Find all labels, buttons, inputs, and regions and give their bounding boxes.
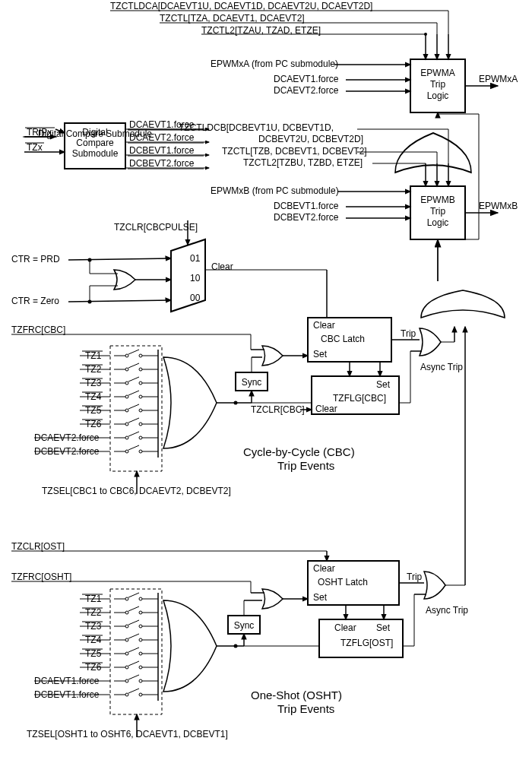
tzfrc-osht: TZFRC[OSHT]: [11, 572, 71, 582]
svg-text:Clear: Clear: [313, 563, 335, 574]
svg-line-100: [128, 404, 139, 409]
svg-line-192: [128, 661, 139, 666]
svg-line-105: [128, 418, 139, 423]
svg-text:Set: Set: [313, 592, 328, 603]
svg-point-106: [139, 423, 142, 426]
epwmb-trip-logic: EPWMB Trip Logic EPWMxB TZCTLDCB[DCBEVT1…: [179, 122, 518, 239]
cbc-sync: Sync: [242, 377, 262, 388]
tzx-label: TZx: [27, 142, 43, 153]
epwmxb-out: EPWMxB: [479, 201, 518, 211]
tzctldcb-label: TZCTLDCB[DCBEVT1U, DCBEVT1D,: [179, 122, 334, 133]
svg-point-173: [139, 611, 142, 614]
svg-point-116: [139, 450, 142, 453]
svg-text:DCBEVT1.force: DCBEVT1.force: [274, 201, 339, 211]
svg-point-109: [125, 436, 128, 439]
osht-sync: Sync: [234, 620, 255, 631]
svg-point-111: [139, 436, 142, 439]
svg-point-183: [139, 638, 142, 641]
tripx-label: TRIPx: [27, 127, 52, 138]
tzclr-ost: TZCLR[OST]: [11, 541, 65, 552]
epwmxa-in: EPWMxA (from PC submodule): [211, 59, 338, 69]
svg-text:10: 10: [190, 273, 201, 283]
svg-point-89: [125, 382, 128, 385]
svg-text:Trip: Trip: [430, 79, 446, 90]
svg-text:Set: Set: [313, 349, 328, 359]
tzctl-b-label: TZCTL[TZB, DCBEVT1, DCBEVT2]: [222, 146, 367, 157]
cbcpulse-mux: 01 10 00 TZCLR[CBCPULSE] Clear: [114, 220, 233, 312]
svg-point-178: [139, 625, 142, 628]
svg-point-181: [125, 638, 128, 641]
svg-point-176: [125, 625, 128, 628]
svg-text:Trip Events: Trip Events: [277, 702, 334, 715]
tzclr-cbcpulse: TZCLR[CBCPULSE]: [114, 222, 198, 233]
svg-line-95: [128, 391, 139, 395]
tzsel-osht: TZSEL[OSHT1 to OSHT6, DCAEVT1, DCBEVT1]: [27, 729, 228, 739]
svg-point-168: [139, 597, 142, 600]
svg-text:Trip: Trip: [430, 206, 446, 217]
svg-text:Set: Set: [376, 622, 391, 633]
svg-text:Compare: Compare: [76, 138, 114, 148]
svg-text:Logic: Logic: [427, 217, 449, 228]
svg-line-90: [128, 377, 139, 382]
tzfrc-cbc: TZFRC[CBC]: [11, 325, 65, 335]
dcaevt2f-in: DCAEVT2.force: [274, 85, 339, 96]
ctr-prd: CTR = PRD: [11, 254, 60, 264]
svg-text:Trip: Trip: [407, 572, 423, 582]
svg-point-114: [125, 450, 128, 453]
svg-line-187: [128, 648, 139, 652]
svg-text:Clear: Clear: [313, 320, 335, 331]
svg-text:Submodule: Submodule: [72, 148, 119, 159]
svg-text:TZFLG[CBC]: TZFLG[CBC]: [333, 393, 386, 404]
svg-text:Set: Set: [376, 379, 391, 390]
svg-point-201: [125, 693, 128, 696]
cbc-title: Cycle-by-Cycle (CBC): [243, 445, 355, 458]
svg-text:Trip: Trip: [401, 328, 416, 339]
svg-point-91: [139, 382, 142, 385]
cbc-section: TZ1 TZ2 TZ3 TZ4 TZ5 TZ6 DCAEVT2.force DC…: [11, 318, 463, 496]
svg-line-197: [128, 675, 139, 679]
tzctl-a-label: TZCTL[TZA, DCAEVT1, DCAEVT2]: [160, 13, 305, 24]
svg-text:Async Trip: Async Trip: [426, 605, 468, 616]
svg-text:OSHT Latch: OSHT Latch: [318, 577, 368, 587]
svg-point-203: [139, 693, 142, 696]
svg-text:00: 00: [190, 293, 201, 303]
dcaevt2-force: DCAEVT2.force: [129, 132, 195, 143]
svg-text:TZFLG[OST]: TZFLG[OST]: [340, 638, 393, 648]
svg-line-115: [128, 445, 139, 450]
svg-text:EPWMA: EPWMA: [420, 68, 454, 78]
svg-point-79: [125, 354, 128, 357]
svg-point-96: [139, 395, 142, 398]
svg-point-71: [88, 258, 92, 262]
svg-point-74: [88, 300, 92, 304]
svg-point-81: [139, 354, 142, 357]
svg-line-67: [68, 258, 171, 260]
combined-or-gate: [395, 133, 471, 173]
dcaevt1f-in: DCAEVT1.force: [274, 74, 339, 84]
epwmxb-in: EPWMxB (from PC submodule): [211, 185, 339, 196]
svg-point-104: [125, 423, 128, 426]
svg-point-186: [125, 652, 128, 655]
tzclr-cbc: TZCLR[CBC]: [251, 404, 305, 415]
epwma-trip-logic: EPWMA Trip Logic EPWMxA TZCTLDCA[DCAEVT1…: [110, 1, 518, 112]
svg-point-171: [125, 611, 128, 614]
epwmxa-out: EPWMxA: [479, 74, 518, 84]
svg-text:Clear: Clear: [315, 404, 337, 414]
svg-line-85: [128, 363, 139, 368]
svg-line-167: [128, 593, 139, 597]
svg-point-84: [125, 368, 128, 371]
svg-line-172: [128, 606, 139, 611]
tzctl2-b-label: TZCTL2[TZBU, TZBD, ETZE]: [243, 157, 363, 168]
svg-text:DCBEVT2U, DCBEVT2D]: DCBEVT2U, DCBEVT2D]: [258, 134, 363, 144]
svg-line-182: [128, 634, 139, 638]
svg-point-191: [125, 666, 128, 669]
ctr-zero: CTR = Zero: [11, 296, 59, 306]
svg-text:Trip Events: Trip Events: [277, 459, 334, 472]
tzctl2-a-label: TZCTL2[TZAU, TZAD, ETZE]: [201, 25, 321, 36]
tzsel-cbc: TZSEL[CBC1 to CBC6, DCAEVT2, DCBEVT2]: [42, 486, 231, 496]
svg-text:Clear: Clear: [334, 622, 356, 633]
svg-text:EPWMB: EPWMB: [420, 195, 454, 205]
svg-point-198: [139, 679, 142, 682]
svg-text:Logic: Logic: [427, 90, 449, 101]
svg-point-94: [125, 395, 128, 398]
svg-line-202: [128, 689, 139, 693]
